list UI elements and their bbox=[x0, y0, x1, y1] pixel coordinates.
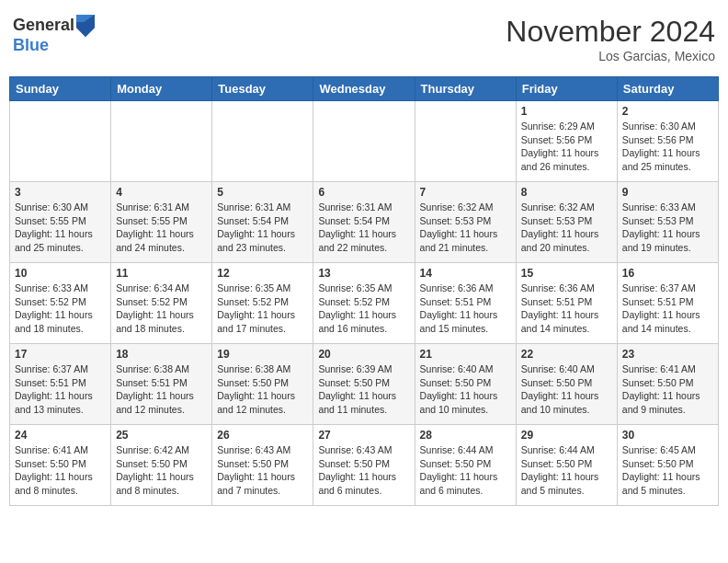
calendar-week-row: 17Sunrise: 6:37 AM Sunset: 5:51 PM Dayli… bbox=[10, 344, 719, 425]
calendar-week-row: 1Sunrise: 6:29 AM Sunset: 5:56 PM Daylig… bbox=[10, 101, 719, 182]
day-info: Sunrise: 6:43 AM Sunset: 5:50 PM Dayligh… bbox=[217, 443, 308, 498]
calendar-cell: 12Sunrise: 6:35 AM Sunset: 5:52 PM Dayli… bbox=[212, 263, 313, 344]
day-number: 20 bbox=[318, 348, 409, 361]
day-info: Sunrise: 6:29 AM Sunset: 5:56 PM Dayligh… bbox=[521, 120, 612, 174]
day-info: Sunrise: 6:31 AM Sunset: 5:55 PM Dayligh… bbox=[116, 201, 207, 255]
logo-general-text: General bbox=[13, 17, 74, 35]
day-number: 30 bbox=[622, 429, 713, 442]
day-info: Sunrise: 6:40 AM Sunset: 5:50 PM Dayligh… bbox=[420, 362, 511, 417]
day-info: Sunrise: 6:44 AM Sunset: 5:50 PM Dayligh… bbox=[420, 443, 511, 498]
day-info: Sunrise: 6:33 AM Sunset: 5:53 PM Dayligh… bbox=[622, 201, 713, 255]
calendar-cell: 26Sunrise: 6:43 AM Sunset: 5:50 PM Dayli… bbox=[212, 425, 313, 506]
calendar-cell: 24Sunrise: 6:41 AM Sunset: 5:50 PM Dayli… bbox=[10, 425, 111, 506]
day-number: 29 bbox=[521, 429, 612, 442]
calendar-cell: 3Sunrise: 6:30 AM Sunset: 5:55 PM Daylig… bbox=[10, 182, 111, 263]
calendar-cell: 1Sunrise: 6:29 AM Sunset: 5:56 PM Daylig… bbox=[516, 101, 617, 182]
day-info: Sunrise: 6:43 AM Sunset: 5:50 PM Dayligh… bbox=[318, 443, 409, 498]
day-number: 4 bbox=[116, 186, 207, 199]
day-info: Sunrise: 6:41 AM Sunset: 5:50 PM Dayligh… bbox=[15, 443, 106, 498]
day-info: Sunrise: 6:42 AM Sunset: 5:50 PM Dayligh… bbox=[116, 443, 207, 498]
calendar-cell: 9Sunrise: 6:33 AM Sunset: 5:53 PM Daylig… bbox=[617, 182, 718, 263]
calendar-header-friday: Friday bbox=[516, 77, 617, 101]
day-number: 2 bbox=[622, 105, 713, 118]
day-number: 16 bbox=[622, 267, 713, 280]
day-number: 3 bbox=[15, 186, 106, 199]
calendar-cell bbox=[415, 101, 516, 182]
day-info: Sunrise: 6:45 AM Sunset: 5:50 PM Dayligh… bbox=[622, 443, 713, 498]
page-header: General Blue November 2024 Los Garcias, … bbox=[9, 9, 719, 69]
day-info: Sunrise: 6:35 AM Sunset: 5:52 PM Dayligh… bbox=[318, 282, 409, 336]
calendar-cell: 18Sunrise: 6:38 AM Sunset: 5:51 PM Dayli… bbox=[111, 344, 212, 425]
calendar-cell: 4Sunrise: 6:31 AM Sunset: 5:55 PM Daylig… bbox=[111, 182, 212, 263]
day-number: 9 bbox=[622, 186, 713, 199]
calendar-cell: 2Sunrise: 6:30 AM Sunset: 5:56 PM Daylig… bbox=[617, 101, 718, 182]
day-number: 19 bbox=[217, 348, 308, 361]
day-number: 18 bbox=[116, 348, 207, 361]
day-number: 17 bbox=[15, 348, 106, 361]
calendar-cell: 30Sunrise: 6:45 AM Sunset: 5:50 PM Dayli… bbox=[617, 425, 718, 506]
day-info: Sunrise: 6:35 AM Sunset: 5:52 PM Dayligh… bbox=[217, 282, 308, 336]
day-info: Sunrise: 6:37 AM Sunset: 5:51 PM Dayligh… bbox=[622, 282, 713, 336]
logo-icon bbox=[76, 15, 95, 37]
calendar-week-row: 10Sunrise: 6:33 AM Sunset: 5:52 PM Dayli… bbox=[10, 263, 719, 344]
day-info: Sunrise: 6:39 AM Sunset: 5:50 PM Dayligh… bbox=[318, 362, 409, 417]
day-info: Sunrise: 6:32 AM Sunset: 5:53 PM Dayligh… bbox=[521, 201, 612, 255]
day-info: Sunrise: 6:36 AM Sunset: 5:51 PM Dayligh… bbox=[521, 282, 612, 336]
day-number: 28 bbox=[420, 429, 511, 442]
day-info: Sunrise: 6:33 AM Sunset: 5:52 PM Dayligh… bbox=[15, 282, 106, 336]
calendar-week-row: 24Sunrise: 6:41 AM Sunset: 5:50 PM Dayli… bbox=[10, 425, 719, 506]
day-number: 22 bbox=[521, 348, 612, 361]
day-number: 1 bbox=[521, 105, 612, 118]
calendar-cell: 23Sunrise: 6:41 AM Sunset: 5:50 PM Dayli… bbox=[617, 344, 718, 425]
calendar-cell: 7Sunrise: 6:32 AM Sunset: 5:53 PM Daylig… bbox=[415, 182, 516, 263]
day-info: Sunrise: 6:36 AM Sunset: 5:51 PM Dayligh… bbox=[420, 282, 511, 336]
day-number: 11 bbox=[116, 267, 207, 280]
calendar-cell: 19Sunrise: 6:38 AM Sunset: 5:50 PM Dayli… bbox=[212, 344, 313, 425]
calendar-cell: 6Sunrise: 6:31 AM Sunset: 5:54 PM Daylig… bbox=[313, 182, 415, 263]
month-title: November 2024 bbox=[506, 15, 715, 49]
calendar-header-monday: Monday bbox=[111, 77, 212, 101]
calendar-cell: 27Sunrise: 6:43 AM Sunset: 5:50 PM Dayli… bbox=[313, 425, 415, 506]
logo-blue-text: Blue bbox=[13, 37, 95, 55]
calendar-cell: 28Sunrise: 6:44 AM Sunset: 5:50 PM Dayli… bbox=[415, 425, 516, 506]
calendar-header-tuesday: Tuesday bbox=[212, 77, 313, 101]
calendar-cell bbox=[10, 101, 111, 182]
calendar-cell: 15Sunrise: 6:36 AM Sunset: 5:51 PM Dayli… bbox=[516, 263, 617, 344]
day-number: 10 bbox=[15, 267, 106, 280]
day-number: 6 bbox=[318, 186, 409, 199]
day-number: 14 bbox=[420, 267, 511, 280]
day-number: 26 bbox=[217, 429, 308, 442]
day-info: Sunrise: 6:38 AM Sunset: 5:50 PM Dayligh… bbox=[217, 362, 308, 417]
day-number: 13 bbox=[318, 267, 409, 280]
calendar-cell bbox=[212, 101, 313, 182]
calendar-cell: 8Sunrise: 6:32 AM Sunset: 5:53 PM Daylig… bbox=[516, 182, 617, 263]
day-info: Sunrise: 6:34 AM Sunset: 5:52 PM Dayligh… bbox=[116, 282, 207, 336]
day-info: Sunrise: 6:32 AM Sunset: 5:53 PM Dayligh… bbox=[420, 201, 511, 255]
calendar-header-sunday: Sunday bbox=[10, 77, 111, 101]
calendar-cell bbox=[313, 101, 415, 182]
calendar-cell: 22Sunrise: 6:40 AM Sunset: 5:50 PM Dayli… bbox=[516, 344, 617, 425]
day-number: 25 bbox=[116, 429, 207, 442]
day-number: 7 bbox=[420, 186, 511, 199]
calendar-cell: 21Sunrise: 6:40 AM Sunset: 5:50 PM Dayli… bbox=[415, 344, 516, 425]
calendar-cell: 11Sunrise: 6:34 AM Sunset: 5:52 PM Dayli… bbox=[111, 263, 212, 344]
day-info: Sunrise: 6:31 AM Sunset: 5:54 PM Dayligh… bbox=[217, 201, 308, 255]
calendar-table: SundayMondayTuesdayWednesdayThursdayFrid… bbox=[9, 76, 719, 506]
calendar-cell: 5Sunrise: 6:31 AM Sunset: 5:54 PM Daylig… bbox=[212, 182, 313, 263]
day-number: 12 bbox=[217, 267, 308, 280]
day-number: 23 bbox=[622, 348, 713, 361]
location: Los Garcias, Mexico bbox=[506, 49, 715, 63]
calendar-cell: 10Sunrise: 6:33 AM Sunset: 5:52 PM Dayli… bbox=[10, 263, 111, 344]
day-info: Sunrise: 6:44 AM Sunset: 5:50 PM Dayligh… bbox=[521, 443, 612, 498]
day-number: 15 bbox=[521, 267, 612, 280]
calendar-cell: 16Sunrise: 6:37 AM Sunset: 5:51 PM Dayli… bbox=[617, 263, 718, 344]
calendar-week-row: 3Sunrise: 6:30 AM Sunset: 5:55 PM Daylig… bbox=[10, 182, 719, 263]
calendar-cell: 25Sunrise: 6:42 AM Sunset: 5:50 PM Dayli… bbox=[111, 425, 212, 506]
day-info: Sunrise: 6:30 AM Sunset: 5:55 PM Dayligh… bbox=[15, 201, 106, 255]
calendar-cell: 13Sunrise: 6:35 AM Sunset: 5:52 PM Dayli… bbox=[313, 263, 415, 344]
calendar-cell: 20Sunrise: 6:39 AM Sunset: 5:50 PM Dayli… bbox=[313, 344, 415, 425]
calendar-header-thursday: Thursday bbox=[415, 77, 516, 101]
day-info: Sunrise: 6:38 AM Sunset: 5:51 PM Dayligh… bbox=[116, 362, 207, 417]
calendar-header-saturday: Saturday bbox=[617, 77, 718, 101]
day-number: 8 bbox=[521, 186, 612, 199]
